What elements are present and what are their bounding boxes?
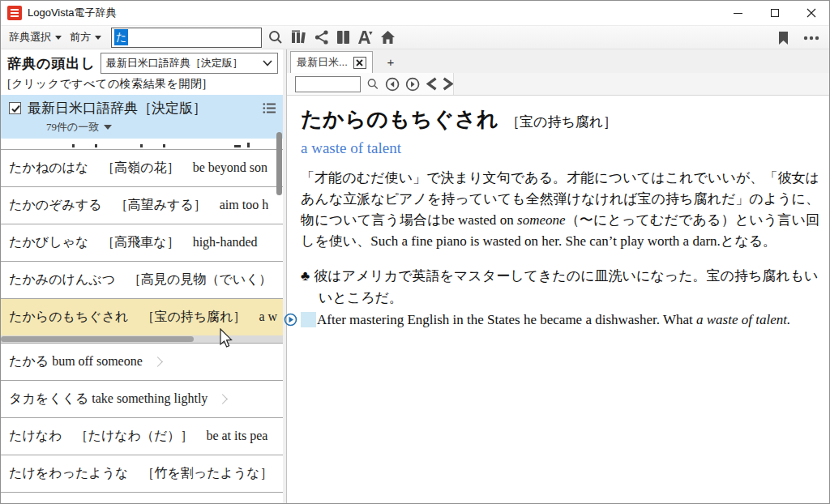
entry-reading: ［宝の持ち腐れ］	[506, 113, 617, 131]
list-item-text: たかみのけんぶつ ［高見の見物（でいく）	[9, 271, 272, 288]
list-item-text: たかる bum off someone	[9, 353, 143, 370]
maximize-icon	[771, 9, 779, 17]
title-bar: LogoVista電子辞典	[1, 1, 829, 25]
triangle-down-icon	[104, 125, 112, 130]
result-list-lower: たかる bum off someone タカをくくる take somethin…	[1, 343, 283, 504]
example-english-text: After mastering English in the States he…	[317, 312, 790, 327]
window-controls	[720, 1, 829, 25]
app-window: LogoVista電子辞典 辞典選択 前方 た	[0, 0, 830, 504]
index-header: 辞典の頭出し 最新日米口語辞典［決定版］	[1, 49, 283, 77]
close-button[interactable]	[793, 1, 829, 25]
example-english: After mastering English in the States he…	[301, 309, 819, 331]
clipped-list-item[interactable]	[1, 139, 283, 149]
back-circle-icon[interactable]	[385, 75, 400, 93]
example-english-segment: After mastering English in the States he…	[317, 312, 696, 327]
list-item[interactable]: たかのぞみする ［高望みする］ aim too h	[1, 186, 283, 224]
index-panel: 辞典の頭出し 最新日米口語辞典［決定版］ [クリックですべての検索結果を開閉] …	[1, 49, 283, 504]
chevron-down-icon	[263, 60, 272, 66]
window-title: LogoVista電子辞典	[28, 6, 117, 20]
list-item-text: たかねのはな ［高嶺の花］ be beyond son	[9, 160, 267, 177]
more-icon[interactable]	[803, 36, 819, 41]
vertical-scrollbar-thumb[interactable]	[276, 132, 282, 195]
example-english-segment: a waste of talent.	[696, 312, 790, 327]
chevron-right-icon	[152, 357, 163, 367]
tab-current-entry[interactable]: 最新日米...	[290, 51, 373, 73]
dictionary-select-dropdown[interactable]: 辞典選択	[9, 30, 62, 45]
search-input-value: た	[114, 29, 128, 45]
home-icon[interactable]	[380, 30, 396, 45]
dictionary-group-row[interactable]: 最新日米口語辞典［決定版］ 79件の一致	[1, 95, 283, 139]
next-entry-icon[interactable]	[443, 76, 453, 92]
entry-toolbar-group	[287, 73, 454, 95]
list-item[interactable]: たからのもちぐされ ［宝の持ち腐れ］ a w	[1, 298, 283, 335]
list-item-text: たけをわったような ［竹を割ったような］	[9, 465, 273, 482]
tab-close-button[interactable]	[353, 57, 366, 69]
new-tab-button[interactable]: +	[373, 51, 409, 73]
search-icon[interactable]	[366, 76, 379, 92]
chevron-down-icon	[55, 36, 62, 40]
list-item-text: たけなわ ［たけなわ（だ）］ be at its pea	[9, 428, 267, 445]
search-mode-label: 前方	[70, 30, 91, 45]
font-icon[interactable]	[357, 30, 373, 45]
dictionary-group-title: 最新日米口語辞典［決定版］	[28, 99, 263, 117]
close-icon	[356, 59, 363, 66]
check-icon	[11, 104, 21, 114]
entry-body: 「才能のむだ使い」で決まり文句である。才能についてはこれでいいが、「彼女はあんな…	[301, 168, 819, 252]
list-item[interactable]: たかみのけんぶつ ［高見の見物（でいく）	[1, 261, 283, 298]
audio-play-icon[interactable]	[301, 312, 316, 327]
maximize-button[interactable]	[756, 1, 793, 25]
app-logo-icon	[7, 6, 22, 20]
main-toolbar: 辞典選択 前方 た	[1, 25, 829, 49]
index-header-label: 辞典の頭出し	[7, 54, 96, 73]
list-item[interactable]: たかねのはな ［高嶺の花］ be beyond son	[1, 149, 283, 186]
result-list-upper: たかねのはな ［高嶺の花］ be beyond son たかのぞみする ［高望み…	[1, 149, 283, 335]
entry-search-input[interactable]	[295, 76, 361, 92]
tab-bar: 最新日米... +	[287, 49, 830, 73]
search-mode-dropdown[interactable]: 前方	[70, 30, 101, 45]
entry-content: たからのもちぐされ ［宝の持ち腐れ］ a waste of talent 「才能…	[287, 96, 830, 331]
tab-label: 最新日米...	[297, 55, 348, 70]
library-icon[interactable]	[291, 30, 307, 45]
list-item[interactable]: たかびしゃな ［高飛車な］ high-handed	[1, 224, 283, 261]
entry-translation: a waste of talent	[301, 139, 819, 157]
book-pages-icon[interactable]	[336, 30, 350, 45]
club-marker-icon: ♣	[301, 268, 310, 284]
share-icon[interactable]	[314, 30, 329, 45]
prev-entry-icon[interactable]	[426, 76, 437, 92]
horizontal-scrollbar-thumb[interactable]	[1, 336, 194, 342]
search-icon[interactable]	[267, 29, 284, 45]
chevron-right-icon	[217, 394, 228, 404]
entry-body-segment: someone	[517, 212, 565, 228]
entry-headword: たからのもちぐされ	[301, 105, 498, 134]
chevron-down-icon	[95, 36, 101, 40]
entry-toolbar	[287, 73, 830, 96]
list-item[interactable]: たけをわったような ［竹を割ったような］	[1, 455, 283, 492]
list-item-text: たかのぞみする ［高望みする］ aim too h	[9, 197, 268, 214]
match-count-toggle[interactable]: 79件の一致	[46, 120, 276, 135]
dictionary-checkbox[interactable]	[9, 102, 21, 114]
example-japanese: ♣彼はアメリカで英語をマスターしてきたのに皿洗いになった。宝の持ち腐れもいいとこ…	[301, 265, 819, 309]
list-item[interactable]: たざんのいし ［他山の石］ an object lesso	[1, 492, 283, 504]
entry-headline: たからのもちぐされ ［宝の持ち腐れ］	[301, 105, 819, 134]
forward-circle-icon[interactable]	[405, 75, 420, 93]
list-item-text: たかびしゃな ［高飛車な］ high-handed	[9, 234, 258, 251]
close-icon	[806, 8, 816, 18]
result-list-icon[interactable]	[263, 102, 276, 114]
dictionary-select-label: 辞典選択	[9, 30, 51, 45]
list-item-text: タカをくくる take something lightly	[9, 391, 208, 408]
dictionary-dropdown[interactable]: 最新日米口語辞典［決定版］	[101, 53, 278, 74]
minimize-icon	[734, 13, 742, 14]
list-item[interactable]: タカをくくる take something lightly	[1, 380, 283, 417]
entry-panel: 最新日米... + たからのもちぐされ ［宝の持ち腐れ］ a w	[286, 49, 830, 504]
minimize-button[interactable]	[720, 1, 756, 25]
example-japanese-text: 彼はアメリカで英語をマスターしてきたのに皿洗いになった。宝の持ち腐れもいいところ…	[314, 268, 818, 305]
bookmark-icon[interactable]	[778, 32, 789, 45]
list-item[interactable]: たかる bum off someone	[1, 343, 283, 380]
horizontal-scrollbar[interactable]	[1, 335, 283, 343]
dictionary-dropdown-value: 最新日米口語辞典［決定版］	[106, 56, 263, 70]
match-count-label: 79件の一致	[46, 120, 99, 135]
list-item-text: たからのもちぐされ ［宝の持ち腐れ］ a w	[9, 309, 277, 326]
search-input[interactable]: た	[111, 28, 262, 48]
list-item[interactable]: たけなわ ［たけなわ（だ）］ be at its pea	[1, 417, 283, 455]
toggle-results-hint[interactable]: [クリックですべての検索結果を開閉]	[1, 77, 283, 95]
